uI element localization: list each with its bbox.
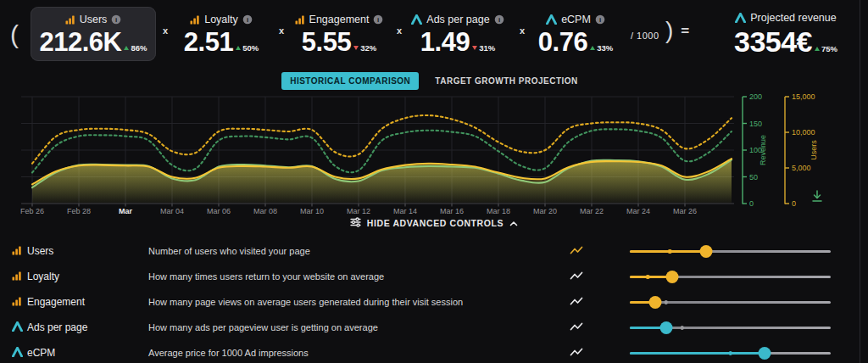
sparkline-icon[interactable]	[570, 243, 630, 259]
slider-fill	[630, 352, 765, 355]
info-icon[interactable]: i	[242, 14, 253, 25]
lambda-icon	[546, 14, 557, 25]
delta-up-badge: 75%	[815, 44, 837, 53]
info-icon[interactable]: i	[111, 14, 121, 25]
arrow-up-icon	[124, 46, 129, 50]
svg-text:i: i	[115, 15, 117, 23]
delta-value: 32%	[360, 43, 376, 53]
control-row-ads-per-page: Ads per pageHow many ads per pageview us…	[0, 315, 868, 340]
x-tick-label: Mar 04	[160, 207, 184, 215]
ads-per-page-slider[interactable]	[630, 321, 831, 334]
x-tick-label: Mar 22	[580, 207, 604, 215]
result-value: 3354€	[734, 27, 812, 56]
chart-canvas: Feb 26Feb 28MarMar 04Mar 06Mar 08Mar 10M…	[0, 90, 868, 219]
control-label: Loyalty	[27, 271, 148, 282]
sparkline-icon[interactable]	[570, 345, 630, 360]
delta-value: 31%	[479, 43, 495, 53]
control-description: Number of users who visited your page	[148, 246, 570, 256]
x-tick-label: Feb 26	[20, 207, 44, 215]
x-tick-label: Mar	[119, 207, 133, 215]
loyalty-slider[interactable]	[630, 270, 831, 283]
control-row-loyalty: LoyaltyHow many times users return to yo…	[0, 264, 868, 289]
x-tick-label: Mar 24	[626, 207, 650, 215]
multiply-sign: x	[520, 25, 525, 36]
result-label: Projected revenue	[750, 12, 836, 24]
users-axis-title: Users	[810, 140, 818, 160]
multiply-sign: x	[397, 25, 402, 36]
metric-value: 0.76	[538, 29, 587, 55]
metric-value: 2.51	[184, 29, 233, 55]
revenue-axis-title: Revenue	[759, 135, 767, 165]
info-icon[interactable]: i	[595, 14, 605, 25]
metric-value-row: 212.6K86%	[40, 29, 147, 55]
engagement-slider[interactable]	[630, 295, 831, 309]
metric-value-row: 5.5532%	[302, 29, 376, 55]
delta-value: 33%	[597, 43, 613, 53]
x-tick-label: Mar 18	[487, 207, 510, 215]
delta-down-badge: 31%	[472, 43, 495, 53]
slider-knob[interactable]	[665, 271, 678, 283]
svg-text:i: i	[247, 15, 248, 23]
delta-up-badge: 33%	[590, 43, 613, 53]
metric-card-users[interactable]: Usersi212.6K86%	[31, 7, 156, 61]
info-icon[interactable]: i	[494, 14, 504, 25]
lambda-icon	[411, 14, 422, 25]
slider-knob[interactable]	[700, 245, 713, 258]
close-paren: )	[665, 19, 673, 42]
sparkline-icon[interactable]	[570, 269, 630, 284]
info-icon[interactable]: i	[373, 14, 383, 25]
revenue-tick-label: 50	[749, 173, 758, 182]
chart-mode-tabs: HISTORICAL COMPARISONTARGET GROWTH PROJE…	[0, 71, 868, 90]
lambda-icon	[12, 320, 23, 335]
divide-by-1000: / 1000	[631, 31, 659, 41]
close-paren-equals: )=	[665, 19, 689, 42]
revenue-calculator-dashboard: (Usersi212.6K86%xLoyaltyi2.5150%xEngagem…	[0, 0, 868, 363]
sparkline-icon[interactable]	[570, 320, 630, 335]
metric-label: eCPM	[561, 14, 591, 25]
advanced-controls-toggle-button[interactable]: HIDE ADVANCED CONTROLS	[345, 215, 523, 232]
slider-knob[interactable]	[648, 296, 661, 309]
svg-text:i: i	[377, 15, 379, 23]
multiply-sign: x	[279, 25, 284, 36]
ecpm-slider[interactable]	[630, 346, 831, 360]
metric-card-ads-per-page[interactable]: Ads per pagei1.4931%	[410, 7, 505, 61]
sliders-icon	[350, 217, 361, 229]
toggle-label: HIDE ADVANCED CONTROLS	[367, 218, 504, 228]
metric-label: Loyalty	[204, 14, 238, 25]
delta-value: 75%	[821, 44, 837, 53]
metric-header: Loyaltyi	[190, 14, 253, 25]
control-description: Average price for 1000 Ad impressions	[148, 348, 570, 358]
slider-marker-dot	[728, 351, 732, 355]
arrow-up-icon	[815, 47, 820, 51]
users-tick-label: 10,000	[792, 128, 815, 137]
history-chart: Feb 26Feb 28MarMar 04Mar 06Mar 08Mar 10M…	[0, 90, 868, 219]
x-tick-label: Mar 16	[440, 207, 464, 215]
tab-historical-comparison[interactable]: HISTORICAL COMPARISON	[281, 72, 419, 90]
bar-chart-icon	[295, 14, 305, 25]
delta-value: 86%	[131, 43, 147, 53]
slider-marker-dot	[646, 275, 650, 279]
slider-marker-dot	[664, 300, 668, 304]
users-slider[interactable]	[630, 244, 831, 258]
slider-knob[interactable]	[758, 347, 771, 360]
control-row-engagement: EngagementHow many page views on average…	[0, 289, 868, 315]
users-tick-label: 15,000	[792, 92, 815, 101]
x-tick-label: Mar 12	[347, 207, 370, 215]
arrow-up-icon	[236, 46, 241, 50]
metric-card-engagement[interactable]: Engagementi5.5532%	[293, 7, 385, 61]
tab-target-growth-projection[interactable]: TARGET GROWTH PROJECTION	[426, 72, 586, 90]
svg-text:i: i	[599, 15, 601, 23]
metric-value-row: 2.5150%	[184, 29, 259, 55]
sparkline-icon[interactable]	[570, 294, 630, 310]
bar-chart-icon	[12, 243, 22, 259]
metric-value: 5.55	[302, 29, 351, 55]
download-chart-icon[interactable]	[813, 191, 821, 201]
metric-label: Engagement	[309, 14, 370, 25]
metric-card-loyalty[interactable]: Loyaltyi2.5150%	[174, 7, 269, 61]
delta-down-badge: 32%	[353, 43, 376, 53]
metric-card-ecpm[interactable]: eCPMi0.7633%	[532, 7, 619, 61]
control-label: Users	[27, 245, 148, 257]
slider-knob[interactable]	[659, 321, 672, 334]
bar-chart-icon	[12, 269, 22, 284]
delta-value: 50%	[242, 43, 259, 53]
